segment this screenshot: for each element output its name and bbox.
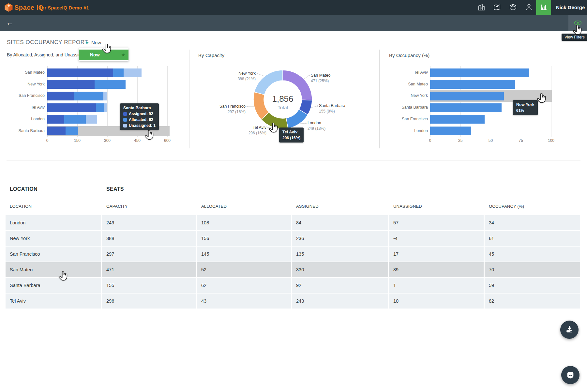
- bar-segment[interactable]: [430, 127, 471, 135]
- table-cell: 34: [485, 215, 580, 230]
- category-label: London: [385, 128, 428, 133]
- tooltip-legend-label: Assigned: 92: [129, 112, 153, 116]
- column-header[interactable]: LOCATION: [6, 204, 101, 209]
- workspace-context: for SpaceIQ Demo #1: [40, 5, 89, 10]
- download-report-button[interactable]: [560, 321, 579, 339]
- tooltip-value: 296 (16%): [282, 136, 300, 140]
- table-row[interactable]: San Francisco2971451351745: [6, 247, 580, 262]
- axis-tick-label: 0: [424, 138, 436, 143]
- bar-segment[interactable]: [47, 80, 95, 89]
- bar-segment[interactable]: [78, 127, 78, 135]
- user-menu[interactable]: Nick George: [556, 5, 585, 10]
- donut-slice[interactable]: [254, 70, 283, 95]
- donut-label-name: San Francisco: [197, 104, 246, 109]
- bar-segment[interactable]: [74, 92, 103, 100]
- table-cell: 82: [485, 294, 580, 309]
- bar-segment[interactable]: [47, 103, 96, 112]
- cursor-table-row: [58, 271, 68, 282]
- table-cell: 471: [102, 262, 196, 277]
- donut-label: San Mateo471 (25%): [311, 73, 360, 83]
- axis-tick-label: 300: [101, 138, 113, 143]
- brand-wordmark: Space IQ: [14, 4, 44, 11]
- table-row[interactable]: New York388156236-461: [6, 231, 580, 246]
- table-cell: 70: [485, 262, 580, 277]
- table-cell: 243: [292, 294, 388, 309]
- cursor-view-filters: [572, 25, 582, 36]
- bar-segment[interactable]: [95, 80, 126, 89]
- donut-center: 1,856 Total: [260, 94, 306, 110]
- back-button[interactable]: ←: [4, 17, 16, 29]
- tooltip-legend-row: Unassigned: 1: [123, 123, 156, 128]
- assets-box-icon[interactable]: [509, 3, 517, 11]
- chart3-tooltip: New York 61%: [513, 100, 538, 115]
- chart-title-occupancy: By Occupancy (%): [389, 53, 429, 58]
- category-label: Tel Aviv: [6, 105, 45, 110]
- category-label: San Mateo: [6, 70, 45, 75]
- table-cell: 388: [102, 231, 196, 246]
- table-row[interactable]: San Mateo471523308970: [6, 262, 580, 277]
- map-icon[interactable]: [493, 3, 501, 11]
- bar-segment[interactable]: [103, 92, 107, 100]
- donut-tooltip: Tel Aviv 296 (16%): [279, 128, 304, 143]
- column-header[interactable]: UNASSIGNED: [389, 204, 484, 209]
- bar-segment[interactable]: [64, 115, 86, 124]
- column-header[interactable]: ASSIGNED: [292, 204, 388, 209]
- bar-segment[interactable]: [47, 115, 64, 124]
- bar-segment[interactable]: [430, 80, 515, 89]
- category-label: New York: [6, 82, 45, 86]
- reports-icon: [540, 3, 548, 11]
- bar-segment[interactable]: [113, 68, 124, 77]
- bar-segment[interactable]: [430, 103, 502, 112]
- category-label: San Mateo: [385, 82, 428, 86]
- table-cell: 330: [292, 262, 388, 277]
- bar-segment[interactable]: [124, 68, 142, 77]
- bar-segment[interactable]: [66, 127, 78, 135]
- time-selector[interactable]: Now: [91, 40, 101, 45]
- people-icon[interactable]: [525, 3, 533, 11]
- table-cell: 236: [292, 231, 388, 246]
- cursor-chart3: [536, 93, 546, 104]
- star-icon[interactable]: ★: [121, 50, 125, 60]
- donut-label: San Francisco297 (16%): [197, 104, 246, 114]
- table-cell: New York: [6, 231, 101, 246]
- panel-divider: [379, 50, 380, 148]
- donut-total-label: Total: [260, 105, 306, 110]
- bar-segment[interactable]: [430, 115, 485, 124]
- chat-button[interactable]: [561, 366, 579, 384]
- download-icon: [565, 325, 574, 334]
- donut-label-value: 297 (16%): [197, 110, 246, 114]
- donut-label-name: New York: [207, 71, 256, 76]
- donut-label-name: Santa Barbara: [319, 103, 368, 108]
- table-row[interactable]: Santa Barbara1556292159: [6, 278, 580, 293]
- column-header[interactable]: ALLOCATED: [197, 204, 291, 209]
- spaceiq-logo-icon: [4, 3, 13, 12]
- reports-nav-active[interactable]: [536, 0, 551, 15]
- bar-segment[interactable]: [47, 68, 113, 77]
- cursor-chart1: [144, 130, 154, 141]
- tooltip-legend-label: Unassigned: 1: [129, 123, 156, 128]
- table-header-row: LOCATIONCAPACITYALLOCATEDASSIGNEDUNASSIG…: [6, 204, 580, 209]
- table-cell: 296: [102, 294, 196, 309]
- bar-segment[interactable]: [430, 68, 529, 77]
- legend-swatch-icon: [123, 118, 127, 122]
- bar-segment[interactable]: [47, 92, 74, 100]
- donut-label-value: 249 (13%): [308, 126, 356, 131]
- column-header[interactable]: CAPACITY: [102, 204, 196, 209]
- axis-tick-label: 50: [485, 138, 497, 143]
- table-cell: 17: [389, 247, 484, 262]
- table-row[interactable]: Tel Aviv296432431082: [6, 294, 580, 309]
- table-row[interactable]: London249108845734: [6, 215, 580, 230]
- bar-segment[interactable]: [96, 103, 104, 112]
- menu-item-label: Now: [90, 52, 100, 57]
- table-cell: Santa Barbara: [6, 278, 101, 293]
- bar-segment[interactable]: [430, 92, 504, 100]
- donut-label-name: Tel Aviv: [218, 125, 266, 130]
- table-cell: 89: [389, 262, 484, 277]
- buildings-icon[interactable]: [477, 3, 485, 11]
- bar-segment[interactable]: [86, 115, 97, 124]
- category-label: Tel Aviv: [385, 70, 428, 75]
- column-header[interactable]: OCCUPANCY (%): [485, 204, 580, 209]
- bar-segment[interactable]: [104, 103, 106, 112]
- bar-segment[interactable]: [47, 127, 66, 135]
- chevron-down-icon: [85, 42, 89, 44]
